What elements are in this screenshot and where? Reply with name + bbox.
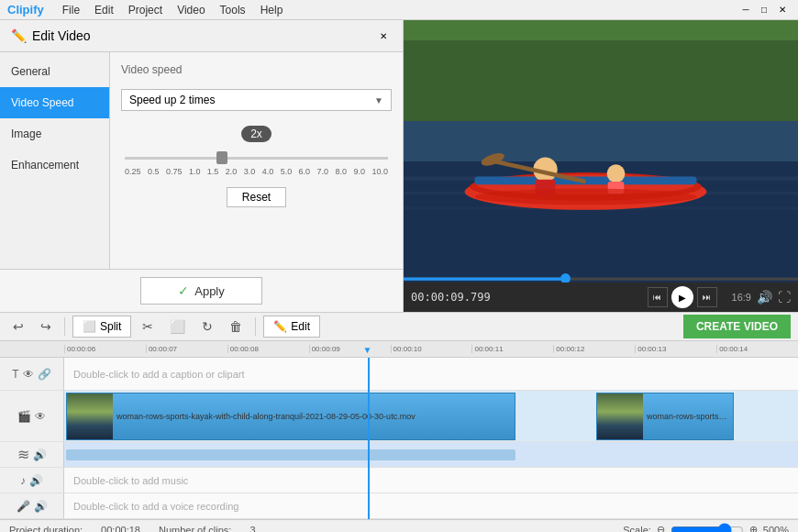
playback-controls: ⏮ ▶ ⏭	[648, 286, 717, 308]
audio-track: ≋ 🔊	[0, 442, 798, 468]
text-icon[interactable]: T	[12, 368, 18, 381]
menubar: Clipify File Edit Project Video Tools He…	[0, 0, 798, 20]
audio-track-content[interactable]	[64, 442, 798, 467]
menu-help[interactable]: Help	[253, 2, 291, 18]
timeline-ruler: 00:00:06 00:00:07 00:00:08 00:00:09 00:0…	[0, 341, 798, 358]
zoom-in-icon[interactable]: ⊕	[749, 524, 758, 532]
slider-label-10: 7.0	[317, 167, 329, 176]
audio-icon: ≋	[17, 446, 29, 463]
menu-video[interactable]: Video	[170, 2, 212, 18]
ruler-mark-1: 00:00:07	[146, 345, 227, 353]
crop-button[interactable]: ⬜	[164, 316, 191, 338]
menu-project[interactable]: Project	[121, 2, 170, 18]
statusbar: Project duration: 00:00:18 Number of cli…	[0, 519, 798, 532]
volume-icon[interactable]: 🔊	[757, 290, 772, 305]
music-icon[interactable]: ♪	[20, 474, 26, 487]
maximize-button[interactable]: □	[756, 2, 772, 18]
ruler-mark-5: 00:00:11	[471, 345, 553, 353]
music-volume-icon[interactable]: 🔊	[29, 474, 43, 487]
clip-1-label: woman-rows-sports-kayak-with-child-along…	[113, 412, 419, 421]
audio-volume-icon[interactable]: 🔊	[33, 449, 47, 461]
apply-area: ✓ Apply	[0, 269, 403, 312]
fullscreen-icon[interactable]: ⛶	[778, 290, 791, 305]
svg-point-17	[475, 189, 697, 205]
eye-icon[interactable]: 👁	[23, 368, 34, 381]
sidebar-item-image[interactable]: Image	[0, 118, 109, 150]
menu-edit[interactable]: Edit	[87, 2, 121, 18]
slider-labels: 0.25 0.5 0.75 1.0 1.5 2.0 3.0 4.0 5.0 6.…	[125, 167, 388, 176]
ruler-marks: 00:00:06 00:00:07 00:00:08 00:00:09 00:0…	[64, 345, 798, 353]
delete-button[interactable]: 🗑	[224, 316, 248, 338]
time-display: 00:00:09.799	[411, 291, 491, 304]
preview-area: 00:00:09.799 ⏮ ▶ ⏭ 16:9 🔊 ⛶	[404, 20, 798, 312]
dropdown-arrow-icon: ▼	[374, 95, 383, 105]
speed-slider-thumb[interactable]	[216, 151, 227, 164]
zoom-out-icon[interactable]: ⊖	[657, 524, 665, 532]
timeline: 00:00:06 00:00:07 00:00:08 00:00:09 00:0…	[0, 341, 798, 519]
minimize-button[interactable]: ─	[737, 2, 754, 18]
reset-button[interactable]: Reset	[227, 187, 286, 207]
video-frame	[404, 20, 798, 283]
speed-slider-track[interactable]	[125, 157, 388, 160]
voice-placeholder: Double-click to add a voice recording	[73, 501, 238, 512]
edit-button[interactable]: ✏️ Edit	[263, 316, 320, 338]
redo-button[interactable]: ↪	[35, 316, 57, 338]
video-track-content[interactable]: woman-rows-sports-kayak-with-child-along…	[64, 391, 798, 441]
preview-video	[404, 20, 798, 283]
music-placeholder: Double-click to add music	[73, 475, 188, 486]
sidebar-item-enhancement[interactable]: Enhancement	[0, 150, 109, 181]
sidebar: General Video Speed Image Enhancement	[0, 52, 110, 269]
split-icon: ⬜	[83, 320, 96, 333]
create-video-button[interactable]: CREATE VIDEO	[683, 315, 791, 338]
audio-track-header: ≋ 🔊	[0, 442, 64, 467]
voice-volume-icon[interactable]: 🔊	[34, 500, 48, 513]
music-track-header: ♪ 🔊	[0, 468, 64, 493]
music-track-content[interactable]: Double-click to add music	[64, 468, 798, 493]
slider-label-12: 9.0	[353, 167, 365, 176]
app-logo: Clipify	[7, 3, 44, 17]
split-button[interactable]: ⬜ Split	[72, 316, 131, 338]
speed-badge: 2x	[241, 126, 272, 142]
toolbar-separator-1	[64, 317, 65, 336]
video-track-header: 🎬 👁	[0, 391, 64, 441]
fast-forward-button[interactable]: ⏭	[697, 287, 717, 307]
close-button[interactable]: ✕	[774, 2, 791, 18]
video-scene-svg	[404, 20, 798, 283]
video-clip-1[interactable]: woman-rows-sports-kayak-with-child-along…	[66, 393, 515, 440]
scale-slider[interactable]	[671, 523, 744, 533]
speed-dropdown-value: Speed up 2 times	[129, 94, 215, 106]
aspect-ratio-display: 16:9	[732, 292, 751, 303]
svg-point-15	[607, 164, 626, 183]
sidebar-item-video-speed[interactable]: Video Speed	[0, 87, 109, 118]
slider-label-11: 8.0	[336, 167, 348, 176]
menu-file[interactable]: File	[55, 2, 87, 18]
video-eye-icon[interactable]: 👁	[35, 410, 46, 423]
clips-value: 3	[249, 525, 255, 533]
voice-track: 🎤 🔊 Double-click to add a voice recordin…	[0, 493, 798, 519]
sidebar-item-general[interactable]: General	[0, 56, 109, 87]
cut-button[interactable]: ✂	[137, 316, 159, 338]
timeline-tracks: T 👁 🔗 Double-click to add a caption or c…	[0, 358, 798, 519]
undo-button[interactable]: ↩	[7, 316, 29, 338]
panel-close-button[interactable]: ✕	[375, 28, 392, 44]
speed-dropdown[interactable]: Speed up 2 times ▼	[121, 89, 392, 111]
ruler-mark-7: 00:00:13	[635, 345, 716, 353]
apply-button[interactable]: ✓ Apply	[140, 277, 262, 305]
clip-2-label: woman-rows-sports-kayak-with-child-	[643, 412, 733, 421]
playhead[interactable]	[368, 358, 370, 519]
menu-tools[interactable]: Tools	[213, 2, 253, 18]
rotate-button[interactable]: ↻	[196, 316, 218, 338]
voice-track-content[interactable]: Double-click to add a voice recording	[64, 493, 798, 518]
link-icon[interactable]: 🔗	[38, 368, 51, 381]
mic-icon[interactable]: 🎤	[17, 500, 30, 513]
caption-track-content[interactable]: Double-click to add a caption or clipart	[64, 358, 798, 390]
slider-label-9: 6.0	[299, 167, 311, 176]
video-track: 🎬 👁 woman-rows-sports-kayak-with-child-a…	[0, 391, 798, 442]
camera-icon[interactable]: 🎬	[17, 410, 31, 423]
video-clip-2[interactable]: woman-rows-sports-kayak-with-child-	[596, 393, 734, 440]
rewind-button[interactable]: ⏮	[648, 287, 668, 307]
slider-label-1: 0.5	[148, 167, 160, 176]
svg-rect-2	[404, 40, 798, 121]
play-button[interactable]: ▶	[671, 286, 693, 308]
scale-label: Scale:	[623, 525, 651, 533]
